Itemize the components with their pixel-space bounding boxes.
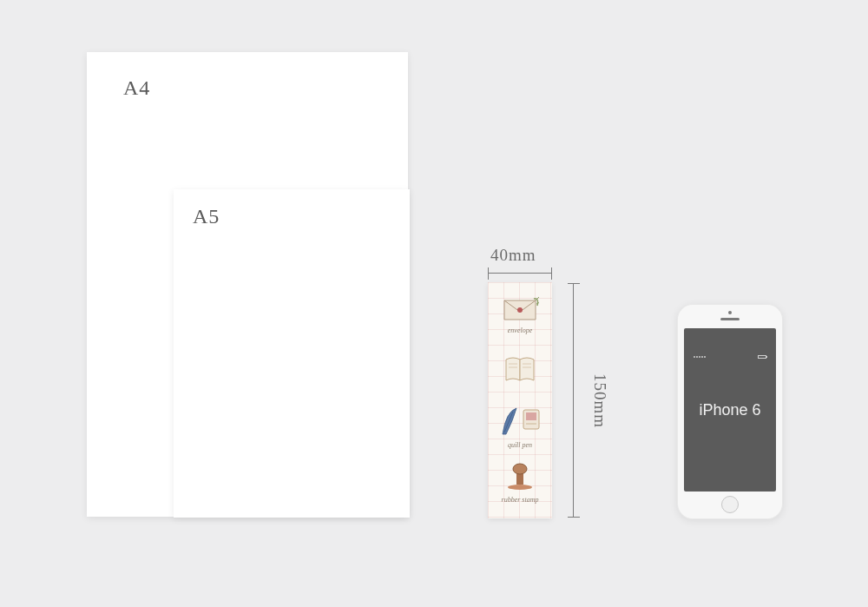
quill-stamp-icon <box>497 403 542 439</box>
phone-camera-icon <box>728 311 732 314</box>
svg-point-10 <box>508 485 532 490</box>
a5-label: A5 <box>193 205 220 228</box>
bookmark-card: envelope quill pen rubber stamp <box>488 282 552 518</box>
status-bar <box>694 354 766 360</box>
phone-earpiece-icon <box>720 318 740 320</box>
a5-paper <box>174 189 410 518</box>
bookmark-item-book <box>493 345 547 395</box>
phone-screen: iPhone 6 <box>684 328 776 492</box>
rubber-stamp-icon <box>501 459 539 494</box>
phone-model-label: iPhone 6 <box>699 401 760 419</box>
bookmark-caption: envelope <box>508 327 532 334</box>
width-dimension-label: 40mm <box>490 246 536 265</box>
battery-icon <box>758 355 766 359</box>
bookmark-item-quill: quill pen <box>493 400 547 451</box>
envelope-icon <box>501 295 539 325</box>
bookmark-item-stamp: rubber stamp <box>493 456 547 506</box>
width-dimension-bar <box>486 267 554 280</box>
height-dimension-label: 150mm <box>590 373 609 428</box>
svg-point-1 <box>517 307 523 313</box>
svg-point-12 <box>513 464 527 474</box>
bookmark-caption: rubber stamp <box>502 496 539 504</box>
height-dimension-bar <box>568 281 580 519</box>
home-button-icon <box>721 496 739 513</box>
bookmark-item-envelope: envelope <box>493 289 547 340</box>
bookmark-caption: quill pen <box>508 441 532 449</box>
phone-mockup: iPhone 6 <box>677 304 783 519</box>
svg-rect-8 <box>526 412 536 420</box>
a4-label: A4 <box>123 76 150 100</box>
open-book-icon <box>501 353 539 386</box>
signal-icon <box>694 356 706 358</box>
